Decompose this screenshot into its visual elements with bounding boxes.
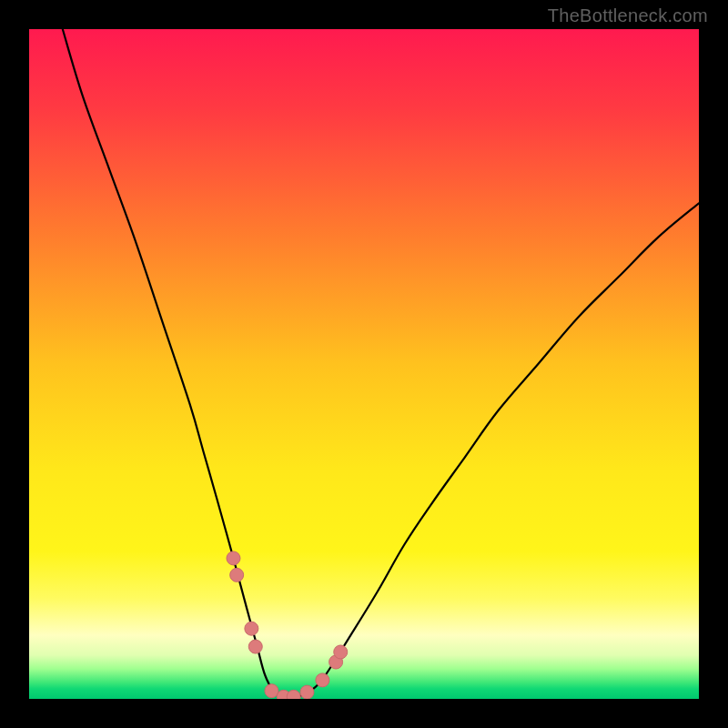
plot-area (29, 29, 699, 699)
curve-marker (245, 622, 258, 635)
bottleneck-curve (63, 29, 699, 698)
curve-marker (265, 684, 278, 698)
curve-marker (334, 645, 348, 659)
curve-layer (29, 29, 699, 699)
curve-markers (227, 551, 348, 699)
curve-marker (287, 690, 300, 699)
curve-marker (316, 673, 329, 687)
chart-frame: TheBottleneck.com (0, 0, 728, 728)
curve-marker (227, 551, 240, 565)
curve-marker (300, 685, 314, 699)
curve-marker (248, 640, 262, 653)
watermark-text: TheBottleneck.com (548, 5, 708, 26)
curve-marker (230, 568, 244, 581)
